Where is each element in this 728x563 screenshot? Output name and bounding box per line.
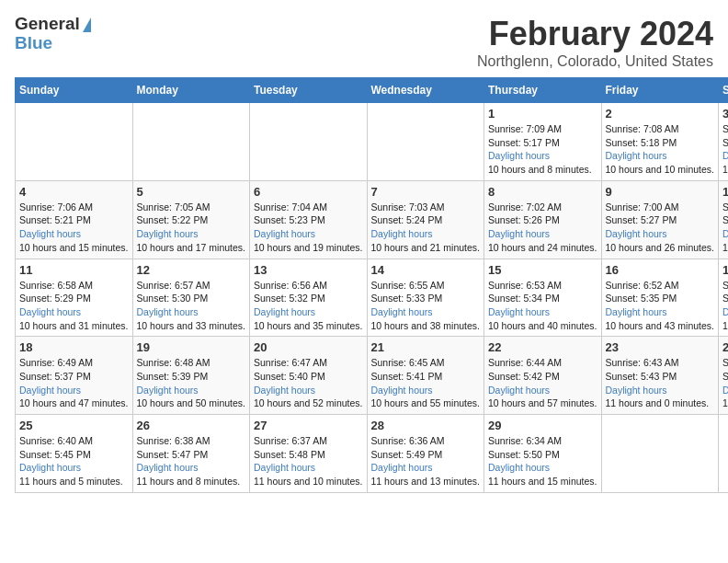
daylight-info: Daylight hours 10 hours and 52 minutes. xyxy=(254,384,363,410)
calendar-cell: 22Sunrise: 6:44 AMSunset: 5:42 PMDayligh… xyxy=(484,337,602,415)
day-info: Sunrise: 6:56 AM xyxy=(254,279,363,293)
daylight-info: Daylight hours 10 hours and 21 minutes. xyxy=(371,227,481,254)
daylight-value: 10 hours and 33 minutes. xyxy=(137,320,246,331)
day-info: Sunrise: 6:59 AM xyxy=(722,201,728,214)
calendar-cell: 7Sunrise: 7:03 AMSunset: 5:24 PMDaylight… xyxy=(367,180,484,259)
daylight-value: 10 hours and 40 minutes. xyxy=(488,320,597,331)
daylight-value: 11 hours and 8 minutes. xyxy=(137,476,241,487)
daylight-value: 10 hours and 45 minutes. xyxy=(722,320,728,331)
daylight-value: 10 hours and 57 minutes. xyxy=(488,397,597,408)
day-info-sunset: Sunset: 5:50 PM xyxy=(488,448,597,462)
daylight-label: Daylight hours xyxy=(254,306,315,317)
header-tuesday: Tuesday xyxy=(250,78,368,103)
day-info-sunset: Sunset: 5:39 PM xyxy=(137,370,246,384)
daylight-label: Daylight hours xyxy=(488,228,550,239)
day-info-sunset: Sunset: 5:27 PM xyxy=(606,213,715,227)
daylight-info: Daylight hours 10 hours and 31 minutes. xyxy=(19,305,129,332)
daylight-info: Daylight hours 10 hours and 28 minutes. xyxy=(722,227,728,254)
day-info-sunset: Sunset: 5:17 PM xyxy=(488,136,597,150)
day-info-sunset: Sunset: 5:44 PM xyxy=(722,370,728,384)
day-info-sunset: Sunset: 5:23 PM xyxy=(254,213,363,227)
week-row-3: 11Sunrise: 6:58 AMSunset: 5:29 PMDayligh… xyxy=(16,259,729,337)
subtitle: Northglenn, Colorado, United States xyxy=(477,53,713,70)
calendar-cell: 8Sunrise: 7:02 AMSunset: 5:26 PMDaylight… xyxy=(484,180,602,259)
day-info: Sunrise: 6:48 AM xyxy=(137,356,246,370)
daylight-label: Daylight hours xyxy=(722,306,728,317)
daylight-label: Daylight hours xyxy=(371,228,433,239)
daylight-label: Daylight hours xyxy=(606,385,667,396)
calendar-cell: 2Sunrise: 7:08 AMSunset: 5:18 PMDaylight… xyxy=(601,103,719,181)
day-info: Sunrise: 7:05 AM xyxy=(137,201,246,214)
daylight-label: Daylight hours xyxy=(488,306,550,317)
day-info-sunset: Sunset: 5:22 PM xyxy=(137,213,246,227)
day-number: 9 xyxy=(606,185,715,199)
daylight-info: Daylight hours 10 hours and 33 minutes. xyxy=(137,305,246,332)
calendar-cell xyxy=(601,415,719,493)
day-info-sunset: Sunset: 5:49 PM xyxy=(371,448,481,462)
daylight-info: Daylight hours 10 hours and 57 minutes. xyxy=(488,384,597,410)
header-row: SundayMondayTuesdayWednesdayThursdayFrid… xyxy=(16,78,729,103)
day-info-sunset: Sunset: 5:40 PM xyxy=(254,370,363,384)
day-number: 1 xyxy=(488,107,597,121)
daylight-value: 10 hours and 21 minutes. xyxy=(371,242,481,253)
day-info-sunset: Sunset: 5:28 PM xyxy=(722,213,728,227)
header-saturday: Saturday xyxy=(719,78,729,103)
calendar-cell: 27Sunrise: 6:37 AMSunset: 5:48 PMDayligh… xyxy=(250,415,368,493)
daylight-info: Daylight hours 10 hours and 8 minutes. xyxy=(488,149,597,176)
week-row-2: 4Sunrise: 7:06 AMSunset: 5:21 PMDaylight… xyxy=(16,180,729,259)
day-info: Sunrise: 6:51 AM xyxy=(722,279,728,293)
day-number: 29 xyxy=(488,419,597,432)
daylight-info: Daylight hours 10 hours and 12 minutes. xyxy=(722,149,728,176)
daylight-label: Daylight hours xyxy=(19,228,81,239)
daylight-label: Daylight hours xyxy=(488,462,550,473)
day-number: 21 xyxy=(371,340,481,354)
day-info-sunset: Sunset: 5:18 PM xyxy=(606,136,715,150)
day-info-sunset: Sunset: 5:36 PM xyxy=(722,292,728,305)
day-number: 24 xyxy=(722,340,728,354)
daylight-label: Daylight hours xyxy=(606,306,667,317)
daylight-info: Daylight hours 10 hours and 40 minutes. xyxy=(488,305,597,332)
day-info-sunset: Sunset: 5:47 PM xyxy=(137,448,246,462)
daylight-info: Daylight hours 10 hours and 35 minutes. xyxy=(254,305,363,332)
day-number: 10 xyxy=(722,185,728,199)
header-thursday: Thursday xyxy=(484,78,602,103)
calendar-cell: 13Sunrise: 6:56 AMSunset: 5:32 PMDayligh… xyxy=(250,259,368,337)
daylight-value: 10 hours and 28 minutes. xyxy=(722,242,728,253)
daylight-value: 10 hours and 38 minutes. xyxy=(371,320,481,331)
day-info-sunset: Sunset: 5:30 PM xyxy=(137,292,246,305)
daylight-label: Daylight hours xyxy=(137,385,199,396)
day-number: 6 xyxy=(254,185,363,199)
day-number: 3 xyxy=(722,107,728,121)
day-info: Sunrise: 6:41 AM xyxy=(722,356,728,370)
daylight-label: Daylight hours xyxy=(19,462,81,473)
week-row-4: 18Sunrise: 6:49 AMSunset: 5:37 PMDayligh… xyxy=(16,337,729,415)
day-info: Sunrise: 7:06 AM xyxy=(19,201,129,214)
calendar-cell: 21Sunrise: 6:45 AMSunset: 5:41 PMDayligh… xyxy=(367,337,484,415)
daylight-value: 10 hours and 17 minutes. xyxy=(137,242,246,253)
daylight-label: Daylight hours xyxy=(371,462,433,473)
daylight-label: Daylight hours xyxy=(19,385,81,396)
day-number: 2 xyxy=(606,107,715,121)
calendar-cell xyxy=(16,103,133,181)
daylight-value: 11 hours and 2 minutes. xyxy=(722,397,728,408)
daylight-info: Daylight hours 11 hours and 5 minutes. xyxy=(19,461,129,488)
daylight-info: Daylight hours 10 hours and 50 minutes. xyxy=(137,384,246,410)
daylight-value: 10 hours and 10 minutes. xyxy=(606,164,715,175)
daylight-info: Daylight hours 10 hours and 55 minutes. xyxy=(371,384,481,410)
daylight-label: Daylight hours xyxy=(371,306,433,317)
day-number: 11 xyxy=(19,263,129,277)
calendar-cell: 16Sunrise: 6:52 AMSunset: 5:35 PMDayligh… xyxy=(601,259,719,337)
calendar-cell: 11Sunrise: 6:58 AMSunset: 5:29 PMDayligh… xyxy=(16,259,133,337)
day-info: Sunrise: 6:58 AM xyxy=(19,279,129,293)
daylight-label: Daylight hours xyxy=(137,462,199,473)
day-number: 14 xyxy=(371,263,481,277)
day-info-sunset: Sunset: 5:24 PM xyxy=(371,213,481,227)
daylight-value: 10 hours and 24 minutes. xyxy=(488,242,597,253)
calendar-cell xyxy=(250,103,368,181)
day-info-sunset: Sunset: 5:37 PM xyxy=(19,370,129,384)
daylight-label: Daylight hours xyxy=(254,462,315,473)
page-header: General Blue February 2024 Northglenn, C… xyxy=(15,15,713,70)
header-wednesday: Wednesday xyxy=(367,78,484,103)
day-info: Sunrise: 6:34 AM xyxy=(488,434,597,448)
day-info: Sunrise: 6:36 AM xyxy=(371,434,481,448)
